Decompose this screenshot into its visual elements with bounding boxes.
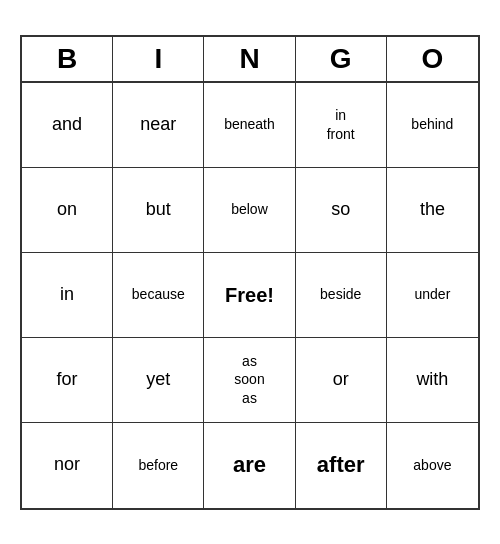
bingo-cell: the bbox=[387, 168, 478, 253]
bingo-cell: yet bbox=[113, 338, 204, 423]
header-letter: N bbox=[204, 37, 295, 81]
bingo-grid: andnearbeneathinfrontbehindonbutbelowsot… bbox=[22, 83, 478, 508]
bingo-cell: so bbox=[296, 168, 387, 253]
bingo-cell: and bbox=[22, 83, 113, 168]
bingo-cell: in bbox=[22, 253, 113, 338]
bingo-cell: infront bbox=[296, 83, 387, 168]
header-letter: I bbox=[113, 37, 204, 81]
bingo-cell: beneath bbox=[204, 83, 295, 168]
bingo-cell: Free! bbox=[204, 253, 295, 338]
bingo-cell: because bbox=[113, 253, 204, 338]
header-letter: O bbox=[387, 37, 478, 81]
bingo-cell: are bbox=[204, 423, 295, 508]
bingo-cell: beside bbox=[296, 253, 387, 338]
bingo-cell: or bbox=[296, 338, 387, 423]
bingo-cell: for bbox=[22, 338, 113, 423]
bingo-cell: below bbox=[204, 168, 295, 253]
bingo-cell: after bbox=[296, 423, 387, 508]
bingo-cell: with bbox=[387, 338, 478, 423]
bingo-cell: before bbox=[113, 423, 204, 508]
bingo-cell: but bbox=[113, 168, 204, 253]
header-letter: B bbox=[22, 37, 113, 81]
bingo-cell: behind bbox=[387, 83, 478, 168]
bingo-cell: assoonas bbox=[204, 338, 295, 423]
bingo-card: BINGO andnearbeneathinfrontbehindonbutbe… bbox=[20, 35, 480, 510]
bingo-cell: on bbox=[22, 168, 113, 253]
bingo-cell: near bbox=[113, 83, 204, 168]
bingo-header: BINGO bbox=[22, 37, 478, 83]
bingo-cell: under bbox=[387, 253, 478, 338]
bingo-cell: nor bbox=[22, 423, 113, 508]
bingo-cell: above bbox=[387, 423, 478, 508]
header-letter: G bbox=[296, 37, 387, 81]
